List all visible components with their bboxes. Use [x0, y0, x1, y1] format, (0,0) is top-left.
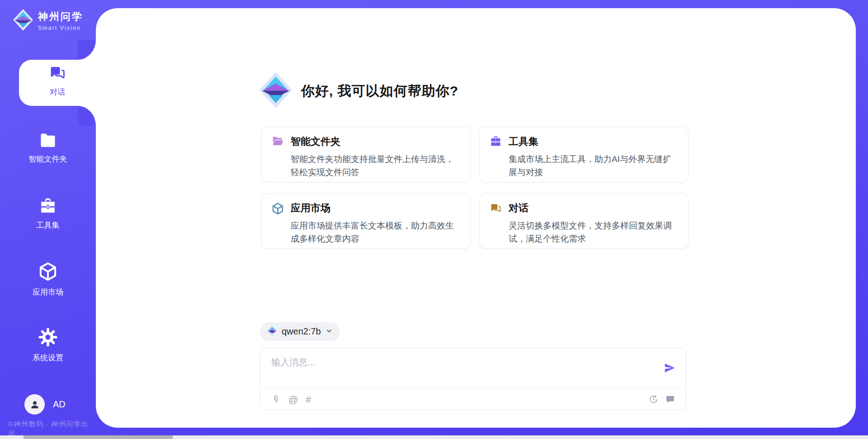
- send-icon[interactable]: [663, 362, 676, 374]
- card-body: 工具集 集成市场上主流工具，助力AI与外界无缝扩展与对接: [509, 135, 678, 174]
- brand-subtitle: Smart Vision: [38, 25, 81, 31]
- sidebar: 神州问学 Smart Vision 对话 智能文件夹: [0, 0, 96, 439]
- card-title: 应用市场: [291, 202, 330, 214]
- horizontal-scrollbar-thumb[interactable]: [24, 435, 173, 439]
- card-body: 智能文件夹 智能文件夹功能支持批量文件上传与清洗，轻松实现文件问答: [291, 135, 460, 174]
- sidebar-item-smart-folder[interactable]: 智能文件夹: [0, 132, 96, 164]
- card-title: 工具集: [509, 136, 538, 147]
- at-icon[interactable]: @: [288, 395, 298, 404]
- message-composer: @ #: [260, 348, 686, 410]
- feature-cards: 智能文件夹 智能文件夹功能支持批量文件上传与清洗，轻松实现文件问答 工具集 集成…: [261, 127, 689, 249]
- brand-diamond-logo-icon: [13, 8, 33, 33]
- hash-icon[interactable]: #: [306, 395, 311, 404]
- sidebar-item-chat[interactable]: 对话: [19, 64, 96, 97]
- chat-icon: [48, 64, 66, 83]
- user-account[interactable]: AD: [24, 394, 66, 415]
- brand: 神州问学 Smart Vision: [13, 8, 96, 33]
- sidebar-item-label: 工具集: [0, 220, 96, 230]
- toolbar-right: [649, 395, 675, 404]
- cube-icon: [38, 262, 57, 283]
- user-name: AD: [53, 399, 66, 410]
- avatar: [24, 394, 45, 415]
- card-description: 集成市场上主流工具，助力AI与外界无缝扩展与对接: [509, 153, 678, 179]
- sidebar-item-label: 对话: [19, 87, 96, 97]
- folder-icon: [39, 132, 57, 150]
- bump-curve-top: [78, 40, 96, 60]
- folder-open-icon: [272, 135, 284, 174]
- sidebar-item-label: 系统设置: [0, 353, 96, 363]
- briefcase-icon: [39, 198, 57, 216]
- card-description: 灵活切换多模型文件，支持多样回复效果调试，满足个性化需求: [509, 219, 678, 245]
- sidebar-item-app-market[interactable]: 应用市场: [0, 262, 96, 297]
- card-smart-folder[interactable]: 智能文件夹 智能文件夹功能支持批量文件上传与清洗，轻松实现文件问答: [261, 127, 471, 182]
- briefcase-icon: [490, 135, 502, 174]
- card-app-market[interactable]: 应用市场 应用市场提供丰富长文本模板，助力高效生成多样化文章内容: [261, 193, 471, 249]
- app-screen: 神州问学 Smart Vision 对话 智能文件夹: [0, 0, 868, 439]
- model-selector[interactable]: qwen2:7b: [260, 322, 340, 341]
- card-title: 智能文件夹: [291, 136, 340, 147]
- brand-text: 神州问学 Smart Vision: [38, 10, 96, 32]
- model-diamond-logo-icon: [267, 325, 277, 338]
- card-body: 应用市场 应用市场提供丰富长文本模板，助力高效生成多样化文章内容: [291, 201, 460, 241]
- cube-icon: [272, 201, 284, 241]
- card-description: 智能文件夹功能支持批量文件上传与清洗，轻松实现文件问答: [291, 153, 460, 179]
- bump-curve-bottom: [78, 106, 96, 126]
- sidebar-item-settings[interactable]: 系统设置: [0, 327, 96, 363]
- gear-icon: [38, 327, 58, 349]
- card-description: 应用市场提供丰富长文本模板，助力高效生成多样化文章内容: [291, 219, 460, 245]
- greeting-diamond-logo-icon: [259, 72, 293, 110]
- message-icon[interactable]: [665, 395, 675, 404]
- sidebar-item-label: 应用市场: [0, 287, 96, 297]
- card-title: 对话: [509, 202, 528, 214]
- chat-icon: [490, 201, 502, 241]
- card-body: 对话 灵活切换多模型文件，支持多样回复效果调试，满足个性化需求: [509, 201, 678, 241]
- card-chat[interactable]: 对话 灵活切换多模型文件，支持多样回复效果调试，满足个性化需求: [479, 193, 689, 249]
- composer-toolbar: @ #: [271, 388, 675, 410]
- chevron-down-icon: [326, 327, 333, 336]
- greeting-title: 你好, 我可以如何帮助你?: [301, 82, 458, 100]
- paperclip-icon[interactable]: [271, 395, 281, 404]
- toolbar-left: @ #: [271, 395, 311, 404]
- model-name: qwen2:7b: [282, 326, 321, 337]
- brand-name: 神州问学: [38, 11, 83, 22]
- message-input[interactable]: [271, 356, 651, 384]
- horizontal-scrollbar: [0, 435, 868, 439]
- sidebar-item-toolset[interactable]: 工具集: [0, 198, 96, 230]
- history-icon[interactable]: [649, 395, 658, 404]
- sidebar-item-label: 智能文件夹: [0, 154, 96, 164]
- card-toolset[interactable]: 工具集 集成市场上主流工具，助力AI与外界无缝扩展与对接: [479, 127, 689, 182]
- greeting: 你好, 我可以如何帮助你?: [259, 72, 458, 110]
